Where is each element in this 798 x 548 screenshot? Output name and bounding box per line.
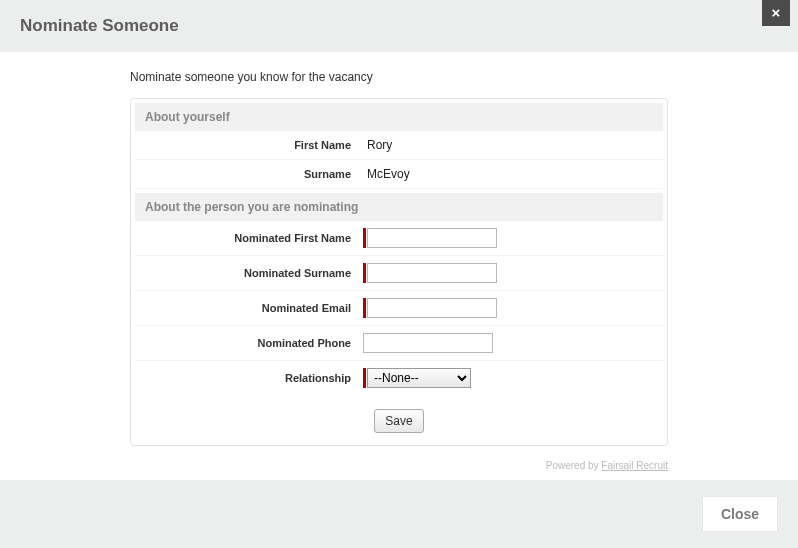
modal-header: Nominate Someone ×	[0, 0, 798, 52]
row-relationship: Relationship --None--	[135, 361, 663, 395]
save-row: Save	[131, 395, 667, 433]
section-about-yourself: About yourself	[135, 103, 663, 131]
intro-text: Nominate someone you know for the vacanc…	[130, 70, 668, 84]
relationship-select[interactable]: --None--	[367, 368, 471, 388]
label-nominated-surname: Nominated Surname	[145, 267, 363, 279]
modal-footer: Close	[0, 480, 798, 548]
close-button[interactable]: Close	[702, 496, 778, 532]
required-indicator	[363, 228, 366, 248]
required-indicator	[363, 263, 366, 283]
label-nominated-email: Nominated Email	[145, 302, 363, 314]
row-first-name: First Name Rory	[135, 131, 663, 160]
row-surname: Surname McEvoy	[135, 160, 663, 189]
nominated-first-name-input[interactable]	[367, 228, 497, 248]
row-nominated-email: Nominated Email	[135, 291, 663, 326]
label-nominated-phone: Nominated Phone	[145, 337, 363, 349]
row-nominated-surname: Nominated Surname	[135, 256, 663, 291]
nominated-surname-input[interactable]	[367, 263, 497, 283]
modal-title: Nominate Someone	[20, 16, 179, 36]
row-nominated-first-name: Nominated First Name	[135, 221, 663, 256]
form-box: About yourself First Name Rory Surname M…	[130, 98, 668, 446]
input-cell	[363, 333, 493, 353]
label-first-name: First Name	[145, 139, 363, 151]
label-surname: Surname	[145, 168, 363, 180]
value-first-name: Rory	[363, 138, 392, 152]
modal-body: Nominate someone you know for the vacanc…	[0, 52, 798, 481]
nominated-phone-input[interactable]	[363, 333, 493, 353]
row-nominated-phone: Nominated Phone	[135, 326, 663, 361]
input-cell	[363, 298, 497, 318]
input-cell	[363, 228, 497, 248]
powered-by-prefix: Powered by	[546, 460, 602, 471]
label-nominated-first-name: Nominated First Name	[145, 232, 363, 244]
required-indicator	[363, 298, 366, 318]
nominated-email-input[interactable]	[367, 298, 497, 318]
powered-by: Powered by Fairsail Recruit	[130, 460, 668, 471]
input-cell: --None--	[363, 368, 471, 388]
powered-by-link[interactable]: Fairsail Recruit	[601, 460, 668, 471]
required-indicator	[363, 368, 366, 388]
close-icon[interactable]: ×	[762, 0, 790, 26]
value-surname: McEvoy	[363, 167, 410, 181]
section-about-nominee: About the person you are nominating	[135, 193, 663, 221]
input-cell	[363, 263, 497, 283]
label-relationship: Relationship	[145, 372, 363, 384]
save-button[interactable]: Save	[374, 409, 423, 433]
